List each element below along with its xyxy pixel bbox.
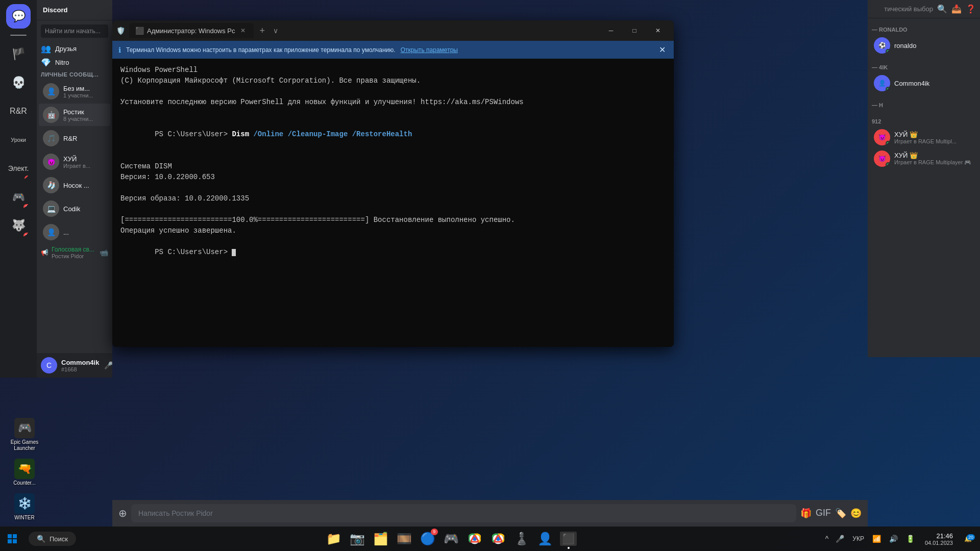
server-element-icon[interactable]: Элект. 4 <box>6 156 31 181</box>
infobar-message: Терминал Windows можно настроить в парам… <box>126 46 652 54</box>
emoji-btn[interactable]: 😊 <box>850 508 862 519</box>
terminal-line-1: Windows PowerShell <box>120 65 666 76</box>
dm-rostik[interactable]: 🤖 Ростик 8 участни... <box>39 104 110 126</box>
discord-home-icon[interactable]: 💬 <box>6 4 31 29</box>
terminal-line-empty-2 <box>120 108 666 118</box>
sticker-btn[interactable]: 🏷️ <box>835 508 846 519</box>
right-panel-help[interactable]: ❓ <box>966 4 976 14</box>
taskbar-steam[interactable]: 🎮 <box>440 528 462 550</box>
dm-rr-avatar: 🎵 <box>43 130 59 146</box>
winter-icon[interactable]: ❄️ WINTER <box>4 491 45 523</box>
member-hui-2-activity: Играет в RAGE Multiplayer 🎮 <box>894 159 971 166</box>
svg-rect-2 <box>8 539 12 543</box>
friends-nav-item[interactable]: 👥 Друзья <box>37 42 112 56</box>
member-hui-1[interactable]: 😈 ХУЙ 👑 Играет в RAGE Multipl... <box>870 127 978 147</box>
tray-speaker[interactable]: 🔊 <box>886 533 901 545</box>
mute-btn[interactable]: 🎤 <box>103 360 112 370</box>
terminal-tab-close[interactable]: ✕ <box>238 26 248 35</box>
terminal-line-cursor: PS C:\Users\User> <box>120 236 666 268</box>
terminal-close-btn[interactable]: ✕ <box>646 22 670 39</box>
member-hui-2-status <box>886 162 890 167</box>
taskbar-terminal[interactable]: ⬛ <box>557 528 580 550</box>
member-ronaldo[interactable]: ⚽ ronaldo <box>870 35 978 56</box>
member-common4ik-status <box>886 87 890 91</box>
terminal-tab-main[interactable]: ⬛ Администратор: Windows Pc ✕ <box>129 23 254 38</box>
gif-btn[interactable]: GIF <box>816 508 831 519</box>
taskbar-clock[interactable]: 21:46 04.01.2023 <box>920 530 958 548</box>
desktop: 🛡️ Security Task Manager 🖼️ Изображения … <box>0 0 980 551</box>
taskbar-user-app[interactable]: 👤 <box>534 528 556 550</box>
terminal-param-online: /Online /Cleanup-Image /RestoreHealth <box>249 130 412 138</box>
server-rr-icon[interactable]: R&R <box>6 99 31 123</box>
taskbar-search[interactable]: 🔍 Поиск <box>29 532 76 546</box>
message-input[interactable]: Написать Ростик Pidor <box>131 504 796 522</box>
member-hui-1-status <box>886 141 890 145</box>
footer-tag: #1668 <box>61 366 99 372</box>
video-icon[interactable]: 📹 <box>100 248 108 257</box>
terminal-titlebar: 🛡️ ⬛ Администратор: Windows Pc ✕ + ∨ ─ □… <box>112 20 674 41</box>
tab-powershell-icon: ⬛ <box>135 27 144 35</box>
dm-extra-info: ... <box>63 229 106 236</box>
terminal-content: Windows PowerShell (С) Корпорация Майкро… <box>112 59 674 347</box>
dm-bez[interactable]: 👤 Без им... 1 участни... <box>39 80 110 103</box>
search-label: Поиск <box>50 535 68 543</box>
message-add-btn[interactable]: ⊕ <box>118 507 127 519</box>
terminal-new-tab-btn[interactable]: + <box>256 23 270 38</box>
dm-nosok-avatar: 🧦 <box>43 177 59 193</box>
server-epic-icon[interactable]: 🎮 11 <box>6 185 31 209</box>
dm-hui-avatar: 😈 <box>43 154 59 170</box>
dm-rostik-info: Ростик 8 участни... <box>63 108 106 122</box>
infobar-close-btn[interactable]: ✕ <box>657 45 668 55</box>
right-panel-search[interactable]: 🔍 <box>937 4 947 14</box>
server-wolf-icon[interactable]: 🐺 70 <box>6 213 31 238</box>
epic-games-icon[interactable]: 🎮 Epic GamesLauncher <box>4 416 45 454</box>
dm-hui[interactable]: 😈 ХУЙ Играет в... <box>39 151 110 173</box>
dm-codik[interactable]: 💻 Codik <box>39 197 110 220</box>
terminal-minimize-btn[interactable]: ─ <box>599 22 623 39</box>
start-button[interactable] <box>0 527 24 551</box>
member-hui-1-activity: Играет в RAGE Multipl... <box>894 138 957 144</box>
terminal-dropdown-btn[interactable]: ∨ <box>271 24 280 37</box>
taskbar-media[interactable]: 🎞️ <box>393 528 415 550</box>
tray-battery[interactable]: 🔋 <box>903 533 918 545</box>
notification-btn[interactable]: 🔔 20 <box>960 533 976 544</box>
taskbar: 🔍 Поиск 📁 📷 🗂️ 🎞️ 🔵 9 🎮 <box>0 527 980 551</box>
server-flag-icon[interactable]: 🏴 <box>6 42 31 66</box>
tray-chevron[interactable]: ^ <box>822 533 832 545</box>
member-hui-1-info: ХУЙ 👑 Играет в RAGE Multipl... <box>894 131 957 144</box>
nitro-nav-item[interactable]: 💎 Nitro <box>37 56 112 69</box>
notification-badge: 20 <box>967 534 975 540</box>
terminal-line-empty-4 <box>120 183 666 193</box>
server-school-icon[interactable]: Уроки <box>6 128 31 152</box>
server-skull-icon[interactable]: 💀 <box>6 70 31 95</box>
taskbar-blue-app[interactable]: 🔵 9 <box>416 528 439 550</box>
discord-search[interactable]: Найти или начать... <box>41 24 108 38</box>
right-panel-inbox[interactable]: 📥 <box>951 4 962 14</box>
tray-wifi[interactable]: 📶 <box>869 533 884 545</box>
taskbar-file-explorer[interactable]: 📁 <box>323 528 345 550</box>
taskbar-files[interactable]: 🗂️ <box>370 528 392 550</box>
dm-extra[interactable]: 👤 ... <box>39 221 110 243</box>
dm-extra-avatar: 👤 <box>43 224 59 240</box>
terminal-tab-title: Администратор: Windows Pc <box>147 27 235 35</box>
taskbar-camera[interactable]: 📷 <box>346 528 369 550</box>
taskbar-steam2[interactable]: ♟️ <box>510 528 533 550</box>
right-panel-section-4ik: — 4ik <box>868 56 980 72</box>
taskbar-apps: 📁 📷 🗂️ 🎞️ 🔵 9 🎮 <box>80 528 822 550</box>
terminal-maximize-btn[interactable]: □ <box>623 22 646 39</box>
dm-nosok[interactable]: 🧦 Носок ... <box>39 174 110 196</box>
discord-sidebar: 💬 🏴 💀 R&R Уроки Элект. 4 🎮 11 <box>0 0 112 378</box>
dm-rr[interactable]: 🎵 R&R <box>39 127 110 149</box>
taskbar-language[interactable]: УКР <box>849 533 867 544</box>
counter-app-icon[interactable]: 🔫 Counter... <box>4 457 45 488</box>
member-hui-2[interactable]: 😈 ХУЙ 👑 Играет в RAGE Multiplayer 🎮 <box>870 148 978 169</box>
member-common4ik[interactable]: 👤 Common4ik <box>870 73 978 93</box>
taskbar-chrome[interactable] <box>463 528 486 550</box>
tray-mic[interactable]: 🎤 <box>832 533 847 545</box>
epic-games-label: Epic GamesLauncher <box>11 439 38 452</box>
member-hui-1-name: ХУЙ 👑 <box>894 131 957 138</box>
footer-username: Common4ik <box>61 359 99 366</box>
infobar-link[interactable]: Открыть параметры <box>401 46 458 54</box>
taskbar-chrome2[interactable] <box>487 528 509 550</box>
gift-btn[interactable]: 🎁 <box>800 508 812 519</box>
